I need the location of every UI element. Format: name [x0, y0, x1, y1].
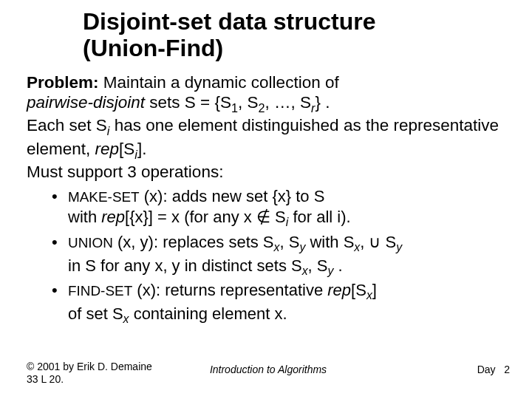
title-line-2: (Union-Find)	[83, 35, 223, 61]
findset-op: FIND-SET	[68, 283, 132, 299]
footer-right: Day 2	[477, 364, 510, 375]
union-item: UNION (x, y): replaces sets Sx, Sy with …	[52, 232, 505, 279]
slide: Disjoint-set data structure (Union-Find)…	[0, 0, 532, 399]
problem-paragraph: Problem: Maintain a dynamic collection o…	[27, 72, 505, 183]
union-op: UNION	[68, 235, 113, 250]
problem-label: Problem:	[27, 73, 99, 92]
operations-list: MAKE-SET (x): adds new set {x} to S with…	[27, 186, 505, 327]
title-line-1: Disjoint-set data structure	[83, 8, 376, 35]
makeset-op: MAKE-SET	[68, 189, 140, 205]
findset-item: FIND-SET (x): returns representative rep…	[52, 280, 505, 327]
slide-title: Disjoint-set data structure (Union-Find)	[83, 9, 505, 62]
footer-center: Introduction to Algorithms	[27, 364, 510, 375]
makeset-item: MAKE-SET (x): adds new set {x} to S with…	[52, 186, 505, 231]
